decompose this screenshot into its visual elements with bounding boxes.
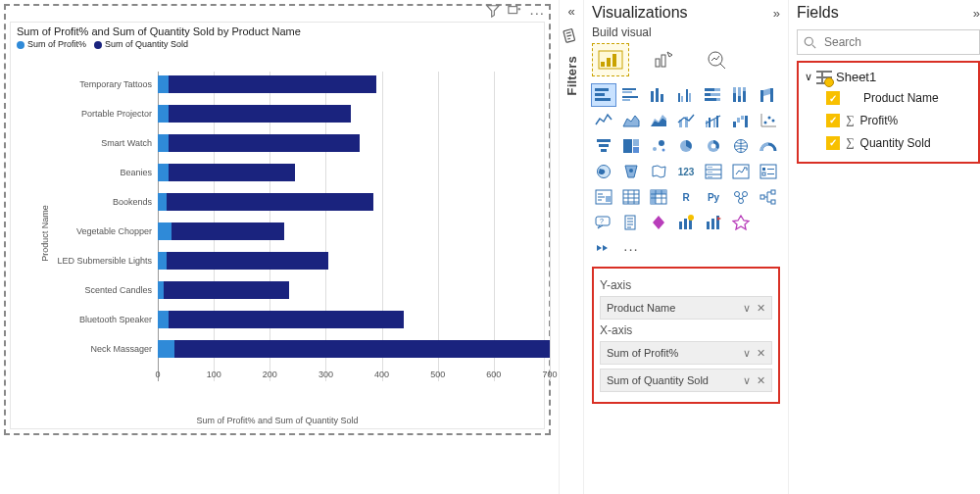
matrix-icon[interactable] [647,186,670,208]
bar-segment[interactable] [167,193,373,211]
checkbox-checked-icon[interactable]: ✓ [826,136,840,150]
chevron-down-icon[interactable]: ∨ [743,374,751,387]
chevron-down-icon[interactable]: ∨ [743,302,751,315]
field-product-name[interactable]: ✓ Product Name [803,87,974,109]
build-tab-fields[interactable] [592,43,629,76]
card-icon[interactable]: 123 [674,161,698,182]
x-axis-well-profit[interactable]: Sum of Profit% ∨✕ [600,341,772,365]
bar-segment[interactable] [169,105,351,123]
y-axis-well-product-name[interactable]: Product Name ∨✕ [600,296,772,320]
treemap-icon[interactable] [619,135,643,157]
build-tab-analytics[interactable] [698,43,735,76]
collapse-fields-icon[interactable]: » [973,6,980,21]
stacked-column-chart-icon[interactable] [647,84,670,106]
bar-segment[interactable] [169,75,375,93]
get-more-visuals-icon[interactable] [729,212,753,233]
svg-rect-15 [622,99,630,101]
bar-segment[interactable] [174,340,550,358]
field-quantity-sold[interactable]: ✓ ∑ Quantity Sold [803,131,974,154]
smart-narrative-icon[interactable] [592,186,615,208]
waterfall-chart-icon[interactable] [729,110,753,131]
hundred-stacked-column-icon[interactable] [729,84,753,106]
line-chart-icon[interactable] [592,110,615,131]
shape-map-icon[interactable] [647,161,670,182]
fields-search[interactable] [797,29,980,55]
bar-segment[interactable] [169,311,404,328]
ribbon-chart-icon[interactable] [757,84,780,106]
kpi-icon[interactable] [729,161,753,182]
search-input[interactable] [822,34,973,50]
focus-mode-icon[interactable] [508,4,521,21]
remove-field-icon[interactable]: ✕ [757,347,765,360]
filter-card-icon[interactable] [562,26,582,49]
filter-icon[interactable] [486,4,500,21]
bar-segment[interactable] [158,340,174,358]
power-apps-icon[interactable] [647,212,670,233]
gauge-icon[interactable] [757,135,780,157]
power-automate-icon[interactable] [674,212,698,233]
bar-segment[interactable] [172,222,283,240]
bar-segment[interactable] [158,252,167,270]
pie-chart-icon[interactable] [674,135,698,157]
line-stacked-column-icon[interactable] [674,110,698,131]
remove-field-icon[interactable]: ✕ [757,374,765,387]
slicer-icon[interactable] [757,161,780,182]
checkbox-checked-icon[interactable]: ✓ [826,91,840,105]
svg-rect-36 [770,88,773,102]
report-canvas[interactable]: ··· Sum of Profit% and Sum of Quantity S… [0,0,559,494]
scatter-bubble-icon[interactable] [647,135,670,157]
more-options-icon[interactable]: ··· [529,4,545,21]
key-influencers-icon[interactable] [729,186,753,208]
bar-segment[interactable] [158,164,169,181]
x-axis-well-quantity[interactable]: Sum of Quantity Sold ∨✕ [600,369,772,392]
expand-filters-icon[interactable]: « [567,4,574,19]
svg-rect-21 [686,89,688,102]
hundred-stacked-bar-icon[interactable] [702,84,725,106]
bar-segment[interactable] [169,164,295,181]
decomposition-tree-icon[interactable] [757,186,780,208]
bar-segment[interactable] [167,252,329,270]
python-visual-icon[interactable]: Py [702,186,725,208]
table-icon[interactable] [619,186,643,208]
map-icon[interactable] [729,135,753,157]
azure-map-icon[interactable] [619,161,643,182]
collapse-vis-icon[interactable]: » [773,6,780,21]
chevron-down-icon[interactable]: ∨ [805,71,812,83]
line-clustered-column-icon[interactable] [702,110,725,131]
table-sheet1[interactable]: ∨ Sheet1 [803,67,974,87]
bar-segment[interactable] [158,311,169,328]
filters-pane-collapsed[interactable]: « Filters [559,0,584,494]
bar-segment[interactable] [158,105,169,123]
svg-rect-32 [738,87,741,96]
donut-chart-icon[interactable] [702,135,725,157]
qa-visual-icon[interactable]: ? [592,212,615,233]
clustered-bar-chart-icon[interactable] [619,84,643,106]
filled-map-icon[interactable] [592,161,615,182]
goals-icon[interactable] [702,212,725,233]
svg-rect-24 [714,88,720,91]
stacked-area-chart-icon[interactable] [647,110,670,131]
bar-segment[interactable] [158,222,172,240]
stacked-bar-chart-icon[interactable] [592,84,615,106]
paginated-report-icon[interactable] [619,212,643,233]
more-visuals-icon[interactable]: ··· [619,237,643,259]
funnel-chart-icon[interactable] [592,135,615,157]
multi-row-card-icon[interactable] [702,161,725,182]
chevron-down-icon[interactable]: ∨ [743,347,751,360]
field-profit[interactable]: ✓ ∑ Profit% [803,109,974,131]
build-tab-format[interactable] [645,43,682,76]
bar-segment[interactable] [164,281,290,299]
area-chart-icon[interactable] [619,110,643,131]
bar-segment[interactable] [158,193,167,211]
r-visual-icon[interactable]: R [674,186,698,208]
bar-segment[interactable] [169,134,359,152]
bar-segment[interactable] [158,75,169,93]
drill-actions-icon[interactable] [592,237,615,259]
remove-field-icon[interactable]: ✕ [757,302,765,315]
chart-title: Sum of Profit% and Sum of Quantity Sold … [11,23,544,37]
chart-visual[interactable]: ··· Sum of Profit% and Sum of Quantity S… [4,4,551,435]
scatter-chart-icon[interactable] [757,110,780,131]
checkbox-checked-icon[interactable]: ✓ [826,114,840,127]
bar-segment[interactable] [158,134,169,152]
clustered-column-chart-icon[interactable] [674,84,698,106]
